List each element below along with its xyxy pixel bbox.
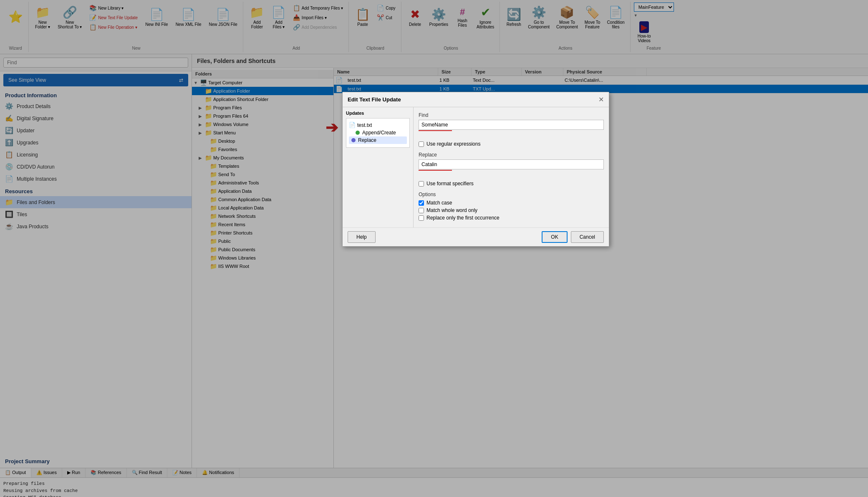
dialog-panels: Updates 📄 test.txt Append/Create Replace [343, 107, 609, 227]
updates-tree: 📄 test.txt Append/Create Replace [346, 118, 410, 148]
match-whole-word-checkbox[interactable] [419, 208, 424, 213]
use-regex-row: Use regular expressions [419, 141, 604, 147]
replace-input[interactable] [419, 159, 604, 169]
append-label: Append/Create [362, 130, 396, 136]
edit-text-file-dialog: Edit Text File Update ✕ Updates 📄 test.t… [342, 92, 609, 247]
updates-label: Updates [346, 111, 410, 116]
replace-label: Replace [358, 137, 376, 143]
dialog-title-bar: Edit Text File Update ✕ [343, 92, 609, 107]
options-title: Options [419, 192, 604, 197]
dialog-overlay: Edit Text File Update ✕ Updates 📄 test.t… [0, 0, 868, 497]
dialog-close-button[interactable]: ✕ [598, 96, 604, 103]
replace-dot [351, 138, 356, 142]
match-case-checkbox[interactable] [419, 200, 424, 206]
use-format-checkbox[interactable] [419, 181, 424, 187]
replace-extra-space [419, 171, 604, 179]
match-whole-word-row: Match whole word only [419, 207, 604, 213]
cancel-button[interactable]: Cancel [571, 231, 604, 243]
dialog-footer: Help OK Cancel [343, 227, 609, 246]
ok-button[interactable]: OK [542, 231, 567, 243]
match-case-row: Match case [419, 200, 604, 206]
find-input[interactable] [419, 120, 604, 130]
tree-file-icon: 📄 [349, 122, 356, 128]
tree-append-item[interactable]: Append/Create [349, 130, 407, 136]
tree-file-item[interactable]: 📄 test.txt [349, 121, 407, 129]
append-dot [356, 131, 360, 135]
replace-first-row: Replace only the first occurrence [419, 215, 604, 221]
dialog-title-text: Edit Text File Update [348, 96, 401, 103]
replace-label-text: Replace [419, 152, 604, 158]
tree-replace-item[interactable]: Replace [349, 136, 407, 144]
replace-first-label: Replace only the first occurrence [426, 215, 500, 221]
find-extra-space [419, 131, 604, 139]
find-section: Find Use regular expressions [419, 112, 604, 147]
ok-cancel-group: OK Cancel [542, 231, 604, 243]
dialog-left-panel: Updates 📄 test.txt Append/Create Replace [343, 107, 414, 227]
match-case-label: Match case [426, 200, 452, 206]
use-format-label: Use format specifiers [426, 181, 474, 187]
use-regex-checkbox[interactable] [419, 141, 424, 147]
match-whole-word-label: Match whole word only [426, 207, 477, 213]
use-regex-label: Use regular expressions [426, 141, 480, 147]
help-button[interactable]: Help [348, 231, 376, 243]
dialog-right-panel: Find Use regular expressions Replace [414, 107, 609, 227]
tree-file-label: test.txt [357, 122, 372, 128]
find-label: Find [419, 112, 604, 118]
replace-section: Replace Use format specifiers [419, 152, 604, 187]
options-section: Options Match case Match whole word only… [419, 192, 604, 221]
use-format-row: Use format specifiers [419, 181, 604, 187]
replace-first-checkbox[interactable] [419, 215, 424, 221]
